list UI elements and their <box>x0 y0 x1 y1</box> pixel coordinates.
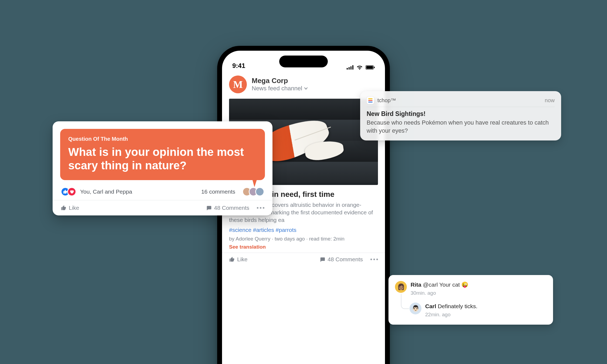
push-time: now <box>545 97 555 104</box>
comments-label: 48 Comments <box>214 205 249 211</box>
battery-icon <box>366 65 375 70</box>
question-action-bar: Like 48 Comments <box>53 200 272 215</box>
comments-button[interactable]: 48 Comments <box>319 256 363 263</box>
cellular-icon <box>347 65 354 70</box>
channel-label: News feed channel <box>252 85 302 92</box>
comment-row[interactable]: 👩🏽 Rita @carl Your cat 😜 30min. ago <box>395 281 547 297</box>
like-label: Like <box>69 205 79 211</box>
comment-text: Definately ticks. <box>438 303 478 309</box>
svg-rect-1 <box>349 67 350 70</box>
dot-icon <box>260 207 261 209</box>
thread-line-icon <box>401 294 409 309</box>
push-notification[interactable]: tchop™ now New Bird Sightings! Because w… <box>360 91 561 140</box>
like-button[interactable]: Like <box>61 205 79 211</box>
wifi-icon <box>356 65 363 70</box>
comment-icon <box>206 205 212 211</box>
comments-card: 👩🏽 Rita @carl Your cat 😜 30min. ago 👨🏻 C… <box>388 275 553 325</box>
brand-avatar[interactable]: M <box>229 75 247 93</box>
app-icon <box>367 97 374 104</box>
reaction-summary[interactable] <box>61 187 76 196</box>
like-button[interactable]: Like <box>229 256 248 263</box>
article-action-bar: Like 48 Comments <box>222 253 385 266</box>
svg-rect-6 <box>374 67 375 68</box>
thumb-up-icon <box>61 205 67 211</box>
svg-rect-2 <box>350 66 352 70</box>
question-bubble[interactable]: Question Of The Month What is in your op… <box>60 129 265 180</box>
status-time: 9:41 <box>232 62 245 70</box>
svg-rect-0 <box>347 68 348 70</box>
question-card: Question Of The Month What is in your op… <box>53 121 272 215</box>
comment-icon <box>319 256 325 262</box>
push-header: tchop™ now <box>367 97 555 104</box>
thumb-up-icon <box>229 256 235 262</box>
comments-label: 48 Comments <box>328 256 363 263</box>
dot-icon <box>376 259 378 260</box>
avatar <box>255 187 264 196</box>
question-text: What is in your opinion the most scary t… <box>68 145 257 172</box>
article-tags[interactable]: #science #articles #parrots <box>229 227 378 233</box>
chevron-down-icon <box>304 86 308 91</box>
dot-icon <box>257 207 258 209</box>
avatar: 👩🏽 <box>395 281 407 293</box>
reaction-love-icon <box>67 187 76 196</box>
more-button[interactable] <box>257 207 264 209</box>
svg-rect-3 <box>352 65 353 70</box>
svg-rect-5 <box>366 66 373 69</box>
comment-row[interactable]: 👨🏻 Carl Definately ticks. 22min. ago <box>410 303 547 318</box>
brand-name: Mega Corp <box>252 77 308 85</box>
push-body: Because who needs Pokémon when you have … <box>367 119 555 135</box>
question-kicker: Question Of The Month <box>68 136 257 142</box>
comment-meta: 22min. ago <box>425 311 478 318</box>
status-indicators <box>347 65 375 70</box>
channel-selector[interactable]: News feed channel <box>252 85 308 92</box>
comments-button[interactable]: 48 Comments <box>206 205 249 211</box>
push-app-name: tchop™ <box>377 97 396 104</box>
commenter-avatars[interactable] <box>242 187 264 196</box>
article-byline: by Adorlee Querry · two days ago · read … <box>229 236 378 242</box>
divider <box>367 107 555 107</box>
avatar: 👨🏻 <box>410 303 421 314</box>
dot-icon <box>263 207 264 209</box>
comment-text: @carl Your cat 😜 <box>423 281 469 288</box>
comments-count[interactable]: 16 comments <box>201 188 235 195</box>
comment-author: Rita <box>411 281 421 288</box>
dynamic-island <box>279 56 328 67</box>
reactors-label[interactable]: You, Carl and Peppa <box>80 188 132 195</box>
question-meta-row: You, Carl and Peppa 16 comments <box>53 180 272 200</box>
comment-author: Carl <box>425 303 436 309</box>
push-title: New Bird Sightings! <box>367 110 555 118</box>
see-translation-link[interactable]: See translation <box>229 244 378 250</box>
feed-header: M Mega Corp News feed channel <box>222 72 385 97</box>
comment-meta: 30min. ago <box>411 290 468 297</box>
more-button[interactable] <box>370 259 378 260</box>
dot-icon <box>373 259 375 260</box>
like-label: Like <box>237 256 248 263</box>
dot-icon <box>370 259 372 260</box>
